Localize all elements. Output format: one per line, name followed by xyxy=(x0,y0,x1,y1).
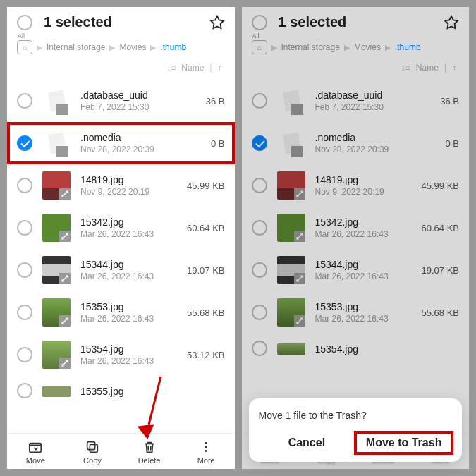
copy-button[interactable]: Copy xyxy=(64,439,121,465)
item-checkbox[interactable] xyxy=(252,178,267,193)
file-size: 19.07 KB xyxy=(187,265,225,276)
more-button[interactable]: More xyxy=(178,439,235,465)
sort-icon: ↓≡ xyxy=(166,63,176,73)
list-item[interactable]: 15344.jpgMar 26, 2022 16:43 19.07 KB xyxy=(242,249,470,291)
image-thumbnail xyxy=(42,341,71,369)
list-item[interactable]: .database_uuidFeb 7, 2022 15:30 36 B xyxy=(242,80,470,122)
select-all-checkbox[interactable] xyxy=(17,15,32,30)
list-item[interactable]: 15344.jpgMar 26, 2022 16:43 19.07 KB xyxy=(7,249,235,291)
home-icon[interactable]: ⌂ xyxy=(252,40,267,54)
move-to-trash-button[interactable]: Move to Trash xyxy=(355,432,452,453)
item-checkbox[interactable] xyxy=(252,220,267,236)
move-label: Move xyxy=(26,456,45,465)
confirm-dialog: Move 1 file to the Trash? Cancel Move to… xyxy=(249,398,463,462)
image-thumbnail xyxy=(277,214,305,242)
svg-point-3 xyxy=(205,442,207,444)
item-checkbox[interactable] xyxy=(17,305,32,320)
cancel-button[interactable]: Cancel xyxy=(259,432,355,453)
crumb-movies[interactable]: Movies xyxy=(354,42,381,52)
expand-icon xyxy=(294,231,305,242)
item-checkbox[interactable] xyxy=(252,93,267,109)
dialog-question: Move 1 file to the Trash? xyxy=(259,410,453,421)
file-name: 15353.jpg xyxy=(315,301,412,312)
right-panel: All 1 selected ⌂ ▶ Internal storage ▶ Mo… xyxy=(242,7,470,469)
list-item[interactable]: 14819.jpgNov 9, 2022 20:19 45.99 KB xyxy=(242,164,470,207)
list-item[interactable]: 15355.jpg xyxy=(7,376,235,400)
file-name: 15342.jpg xyxy=(80,216,177,228)
select-all-checkbox[interactable] xyxy=(252,15,267,30)
crumb-internal[interactable]: Internal storage xyxy=(47,42,105,52)
left-panel: All 1 selected ⌂ ▶ Internal storage ▶ Mo… xyxy=(7,7,235,469)
item-checkbox[interactable] xyxy=(252,341,267,356)
file-size: 55.68 KB xyxy=(187,307,225,318)
document-icon xyxy=(277,87,305,115)
delete-button[interactable]: Delete xyxy=(121,439,178,465)
chevron-right-icon: ▶ xyxy=(344,43,350,52)
list-item-selected[interactable]: .nomediaNov 28, 2022 20:39 0 B xyxy=(242,122,470,164)
arrow-up-icon[interactable]: ↑ xyxy=(452,63,456,73)
svg-point-5 xyxy=(205,450,207,452)
image-thumbnail xyxy=(42,386,71,397)
move-button[interactable]: Move xyxy=(7,439,64,465)
list-item[interactable]: .database_uuidFeb 7, 2022 15:30 36 B xyxy=(7,80,235,122)
crumb-movies[interactable]: Movies xyxy=(119,42,146,52)
sort-bar[interactable]: ↓≡ Name | ↑ xyxy=(242,59,470,80)
item-checkbox[interactable] xyxy=(252,262,267,278)
sort-bar[interactable]: ↓≡ Name | ↑ xyxy=(7,59,235,80)
image-thumbnail xyxy=(277,256,305,284)
breadcrumb[interactable]: ⌂ ▶ Internal storage ▶ Movies ▶ .thumb xyxy=(242,33,470,59)
file-list[interactable]: .database_uuidFeb 7, 2022 15:30 36 B .no… xyxy=(242,80,470,433)
home-icon[interactable]: ⌂ xyxy=(17,40,32,54)
list-item-selected[interactable]: .nomediaNov 28, 2022 20:39 0 B xyxy=(7,122,235,164)
select-all-label: All xyxy=(18,32,25,39)
file-name: 15344.jpg xyxy=(315,259,412,270)
file-meta: Nov 9, 2022 20:19 xyxy=(315,187,412,197)
file-meta: Nov 9, 2022 20:19 xyxy=(80,187,177,197)
file-meta: Nov 28, 2022 20:39 xyxy=(315,145,436,154)
list-item[interactable]: 15354.jpg xyxy=(242,334,470,358)
expand-icon xyxy=(59,358,71,369)
image-thumbnail xyxy=(42,298,71,327)
expand-icon xyxy=(59,231,71,242)
crumb-internal[interactable]: Internal storage xyxy=(281,42,340,52)
list-item[interactable]: 15353.jpgMar 26, 2022 16:43 55.68 KB xyxy=(242,291,470,334)
item-checkbox[interactable] xyxy=(17,178,32,193)
arrow-up-icon[interactable]: ↑ xyxy=(218,63,222,73)
file-size: 19.07 KB xyxy=(422,265,460,276)
crumb-current[interactable]: .thumb xyxy=(395,42,421,52)
item-checkbox[interactable] xyxy=(17,135,32,151)
image-thumbnail xyxy=(42,256,71,284)
item-checkbox[interactable] xyxy=(17,93,32,109)
item-checkbox[interactable] xyxy=(17,220,32,236)
favorite-icon[interactable] xyxy=(444,15,459,30)
list-item[interactable]: 15353.jpgMar 26, 2022 16:43 55.68 KB xyxy=(7,291,235,334)
copy-label: Copy xyxy=(83,456,102,465)
file-meta: Mar 26, 2022 16:43 xyxy=(80,271,177,281)
list-item[interactable]: 14819.jpgNov 9, 2022 20:19 45.99 KB xyxy=(7,164,235,207)
item-checkbox[interactable] xyxy=(17,383,32,398)
item-checkbox[interactable] xyxy=(252,305,267,320)
file-list[interactable]: .database_uuidFeb 7, 2022 15:30 36 B .no… xyxy=(7,80,235,433)
expand-icon xyxy=(294,273,305,284)
favorite-icon[interactable] xyxy=(209,15,225,30)
list-item[interactable]: 15342.jpgMar 26, 2022 16:43 60.64 KB xyxy=(7,207,235,249)
file-name: 14819.jpg xyxy=(315,174,412,185)
item-checkbox[interactable] xyxy=(17,347,32,362)
delete-label: Delete xyxy=(138,456,161,465)
breadcrumb[interactable]: ⌂ ▶ Internal storage ▶ Movies ▶ .thumb xyxy=(7,33,235,59)
crumb-current[interactable]: .thumb xyxy=(160,42,186,52)
list-item[interactable]: 15342.jpgMar 26, 2022 16:43 60.64 KB xyxy=(242,207,470,249)
expand-icon xyxy=(59,188,71,200)
item-checkbox[interactable] xyxy=(17,262,32,278)
file-name: 15344.jpg xyxy=(80,259,177,270)
expand-icon xyxy=(294,188,305,200)
header: All 1 selected xyxy=(7,7,235,33)
list-item[interactable]: 15354.jpgMar 26, 2022 16:43 53.12 KB xyxy=(7,334,235,376)
image-thumbnail xyxy=(277,171,305,200)
chevron-right-icon: ▶ xyxy=(37,43,42,52)
item-checkbox[interactable] xyxy=(252,135,267,151)
header: All 1 selected xyxy=(242,7,470,33)
file-size: 45.99 KB xyxy=(422,181,460,191)
file-meta: Mar 26, 2022 16:43 xyxy=(315,229,412,239)
select-all-label: All xyxy=(252,32,260,39)
